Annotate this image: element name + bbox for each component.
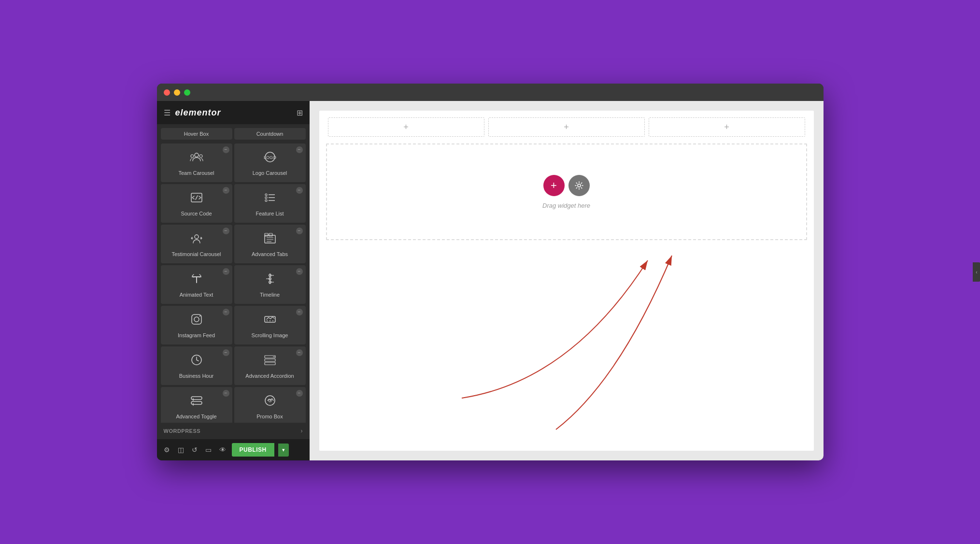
- minus-badge: −: [296, 309, 303, 315]
- team-carousel-label: Team Carousel: [179, 170, 214, 176]
- app-window: ☰ elementor ⊞ Hover Box Countdown −: [157, 84, 824, 460]
- svg-point-33: [270, 320, 270, 321]
- elementor-logo: elementor: [175, 108, 221, 118]
- hover-box-pill[interactable]: Hover Box: [161, 128, 232, 140]
- svg-point-46: [578, 184, 581, 187]
- settings-icon[interactable]: ⚙: [162, 444, 172, 456]
- canvas-inner: + + + + Drag widge: [319, 111, 814, 451]
- instagram-feed-icon: [190, 313, 203, 328]
- responsive-icon[interactable]: ▭: [203, 444, 213, 456]
- svg-point-32: [267, 320, 268, 321]
- main-area: ☰ elementor ⊞ Hover Box Countdown −: [157, 101, 824, 460]
- minus-badge: −: [223, 390, 229, 397]
- widget-source-code[interactable]: − Source Code: [161, 184, 232, 223]
- minus-badge: −: [296, 390, 303, 397]
- svg-point-12: [195, 235, 199, 239]
- svg-rect-15: [269, 233, 272, 236]
- grid-icon[interactable]: ⊞: [297, 108, 303, 117]
- publish-dropdown-button[interactable]: ▾: [278, 444, 289, 457]
- widget-grid: − Team Carousel: [157, 142, 310, 423]
- widget-scrolling-image[interactable]: − Scrolling Image: [234, 306, 306, 344]
- titlebar: [157, 84, 824, 101]
- testimonial-carousel-label: Testimonial Carousel: [171, 251, 221, 258]
- team-carousel-icon: [190, 150, 203, 166]
- minus-badge: −: [223, 349, 229, 356]
- minus-badge: −: [223, 309, 229, 315]
- instagram-feed-label: Instagram Feed: [178, 332, 215, 339]
- preview-icon[interactable]: 👁: [217, 444, 228, 456]
- minus-badge: −: [296, 146, 303, 153]
- minus-badge: −: [296, 187, 303, 194]
- history-icon[interactable]: ↺: [190, 444, 199, 456]
- business-hour-label: Business Hour: [179, 372, 214, 379]
- svg-point-29: [194, 317, 199, 322]
- minus-badge: −: [223, 228, 229, 234]
- svg-point-0: [195, 153, 199, 157]
- scrolling-image-label: Scrolling Image: [252, 332, 288, 339]
- add-column-2[interactable]: +: [488, 117, 645, 137]
- close-button[interactable]: [164, 89, 170, 96]
- svg-rect-38: [265, 362, 275, 365]
- minus-badge: −: [296, 268, 303, 275]
- svg-point-10: [265, 200, 267, 201]
- canvas: + + + + Drag widge: [310, 101, 824, 460]
- add-column-3[interactable]: +: [649, 117, 805, 137]
- hamburger-icon[interactable]: ☰: [164, 108, 170, 117]
- widget-advanced-accordion[interactable]: − Advanced Accordion: [234, 346, 306, 385]
- svg-rect-31: [265, 316, 275, 322]
- drop-text: Drag widget here: [542, 202, 590, 209]
- scrolling-image-icon: [263, 313, 277, 328]
- advanced-tabs-label: Advanced Tabs: [252, 251, 288, 258]
- minus-badge: −: [296, 228, 303, 234]
- feature-list-icon: [263, 191, 277, 206]
- top-widgets: Hover Box Countdown: [157, 124, 310, 142]
- advanced-toggle-label: Advanced Toggle: [176, 413, 216, 420]
- minus-badge: −: [296, 349, 303, 356]
- svg-text:LOGO: LOGO: [263, 155, 276, 160]
- minus-badge: −: [223, 187, 229, 194]
- animated-text-icon: [190, 272, 203, 287]
- wordpress-arrow-icon: ›: [301, 428, 303, 434]
- logo-carousel-label: Logo Carousel: [253, 170, 287, 176]
- source-code-label: Source Code: [181, 210, 212, 217]
- sidebar-header: ☰ elementor ⊞: [157, 101, 310, 124]
- widget-team-carousel[interactable]: − Team Carousel: [161, 143, 232, 182]
- minimize-button[interactable]: [174, 89, 180, 96]
- widget-promo-box[interactable]: − Promo Box: [234, 387, 306, 423]
- promo-box-label: Promo Box: [256, 413, 283, 420]
- widget-testimonial-carousel[interactable]: − Testimonial Carousel: [161, 225, 232, 263]
- source-code-icon: [190, 191, 203, 206]
- top-columns: + + +: [319, 111, 814, 137]
- advanced-accordion-label: Advanced Accordion: [245, 372, 294, 379]
- widget-instagram-feed[interactable]: − Instagram Feed: [161, 306, 232, 344]
- maximize-button[interactable]: [184, 89, 190, 96]
- svg-point-1: [191, 155, 194, 157]
- widget-feature-list[interactable]: − Feature List: [234, 184, 306, 223]
- drop-zone-buttons: +: [543, 175, 590, 196]
- advanced-accordion-icon: [263, 353, 277, 369]
- widget-timeline[interactable]: − Timeline: [234, 265, 306, 304]
- widget-animated-text[interactable]: − Animated Text: [161, 265, 232, 304]
- layers-icon[interactable]: ◫: [176, 444, 186, 456]
- section-settings-button[interactable]: [568, 175, 590, 196]
- widget-advanced-tabs[interactable]: − Advanced Tabs: [234, 225, 306, 263]
- sidebar: ☰ elementor ⊞ Hover Box Countdown −: [157, 101, 310, 460]
- business-hour-icon: [190, 353, 203, 369]
- countdown-pill[interactable]: Countdown: [234, 128, 306, 140]
- testimonial-carousel-icon: [190, 231, 203, 247]
- widget-logo-carousel[interactable]: − LOGO Logo Carousel: [234, 143, 306, 182]
- widget-advanced-toggle[interactable]: − Advanced Toggle: [161, 387, 232, 423]
- add-column-1[interactable]: +: [328, 117, 484, 137]
- logo-carousel-icon: LOGO: [263, 150, 277, 166]
- svg-rect-14: [265, 233, 268, 236]
- advanced-tabs-icon: [263, 231, 277, 247]
- add-widget-button[interactable]: +: [543, 175, 565, 196]
- wordpress-section[interactable]: WORDPRESS ›: [157, 423, 310, 439]
- publish-button[interactable]: PUBLISH: [232, 443, 274, 457]
- svg-point-30: [199, 315, 200, 316]
- svg-point-34: [272, 320, 273, 321]
- drop-zone: + Drag widget here: [326, 143, 807, 240]
- timeline-label: Timeline: [260, 291, 280, 298]
- widget-business-hour[interactable]: − Business Hour: [161, 346, 232, 385]
- svg-point-6: [265, 194, 267, 196]
